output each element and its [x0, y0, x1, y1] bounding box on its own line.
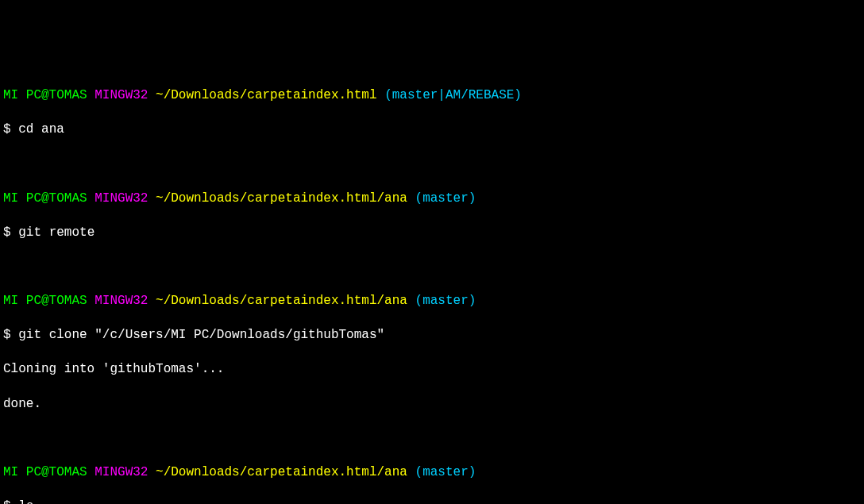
command-line: $ git clone "/c/Users/MI PC/Downloads/gi…: [3, 327, 861, 344]
blank-line: [3, 259, 861, 276]
prompt-path: ~/Downloads/carpetaindex.html: [156, 88, 376, 102]
prompt-dollar: $: [3, 328, 11, 342]
prompt-branch: (master): [415, 465, 476, 479]
prompt-branch: (master|AM/REBASE): [384, 88, 522, 102]
prompt-user: MI PC@TOMAS: [3, 191, 87, 206]
command-line: $ cd ana: [3, 121, 861, 139]
blank-line: [3, 430, 861, 448]
command-text: git clone "/c/Users/MI PC/Downloads/gith…: [18, 328, 384, 342]
command-text: ls: [18, 499, 33, 504]
prompt-host: MINGW32: [94, 191, 148, 206]
prompt-host: MINGW32: [94, 465, 148, 479]
prompt-user: MI PC@TOMAS: [3, 465, 87, 479]
prompt-user: MI PC@TOMAS: [3, 88, 87, 102]
output-line: done.: [3, 396, 861, 414]
prompt-path: ~/Downloads/carpetaindex.html/ana: [156, 191, 407, 206]
prompt-path: ~/Downloads/carpetaindex.html/ana: [156, 294, 407, 308]
prompt-host: MINGW32: [94, 294, 148, 308]
prompt-host: MINGW32: [94, 88, 148, 102]
prompt-dollar: $: [3, 499, 11, 504]
prompt-branch: (master): [415, 294, 476, 308]
prompt-line: MI PC@TOMAS MINGW32 ~/Downloads/carpetai…: [3, 293, 861, 310]
prompt-line: MI PC@TOMAS MINGW32 ~/Downloads/carpetai…: [3, 87, 861, 105]
command-text: git remote: [18, 225, 94, 240]
prompt-user: MI PC@TOMAS: [3, 294, 87, 308]
output-line: Cloning into 'githubTomas'...: [3, 361, 861, 379]
prompt-line: MI PC@TOMAS MINGW32 ~/Downloads/carpetai…: [3, 464, 861, 482]
command-text: cd ana: [18, 122, 64, 137]
prompt-dollar: $: [3, 122, 11, 137]
prompt-branch: (master): [415, 191, 476, 206]
terminal-output[interactable]: MI PC@TOMAS MINGW32 ~/Downloads/carpetai…: [3, 70, 861, 504]
command-line: $ git remote: [3, 225, 861, 242]
prompt-path: ~/Downloads/carpetaindex.html/ana: [156, 465, 407, 479]
prompt-line: MI PC@TOMAS MINGW32 ~/Downloads/carpetai…: [3, 190, 861, 208]
prompt-dollar: $: [3, 225, 11, 240]
command-line: $ ls: [3, 498, 861, 504]
blank-line: [3, 156, 861, 173]
